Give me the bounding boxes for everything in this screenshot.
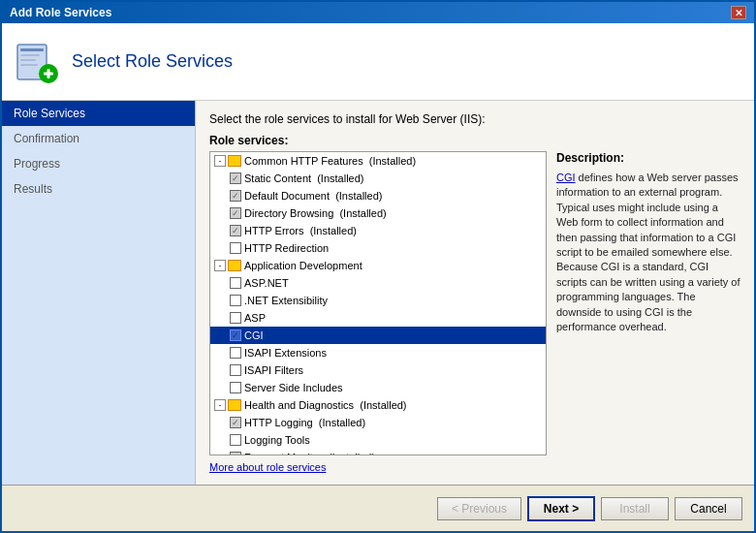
tree-item-directory-browsing[interactable]: Directory Browsing (Installed) — [210, 204, 546, 222]
cb-isapi-filters[interactable] — [230, 364, 241, 376]
description-title: Description: — [556, 151, 740, 165]
sidebar-item-role-services[interactable]: Role Services — [2, 101, 195, 126]
toggle-common-http[interactable]: - — [214, 155, 226, 167]
previous-button[interactable]: < Previous — [437, 497, 521, 520]
tree-item-http-logging[interactable]: HTTP Logging (Installed) — [210, 414, 546, 431]
tree-item-logging-tools[interactable]: Logging Tools — [210, 431, 546, 449]
more-about-link[interactable]: More about role services — [209, 461, 326, 473]
cgi-link[interactable]: CGI — [556, 172, 576, 183]
cb-directory-browsing[interactable] — [230, 207, 241, 219]
cb-logging-tools[interactable] — [230, 434, 241, 446]
close-button[interactable]: ✕ — [731, 6, 746, 19]
svg-rect-1 — [20, 48, 44, 51]
cb-request-monitor[interactable] — [230, 452, 241, 455]
description-panel: Description: CGI defines how a Web serve… — [556, 151, 740, 455]
cb-http-errors[interactable] — [230, 225, 241, 236]
tree-panel[interactable]: - Common HTTP Features (Installed) Stati… — [209, 151, 547, 455]
tree-item-isapi-ext[interactable]: ISAPI Extensions — [210, 344, 546, 361]
bottom-bar: < Previous Next > Install Cancel — [2, 485, 754, 531]
cb-net-extensibility[interactable] — [230, 295, 241, 306]
tree-item-common-http[interactable]: - Common HTTP Features (Installed) — [210, 152, 546, 170]
cb-aspnet[interactable] — [230, 277, 241, 289]
sidebar: Role Services Confirmation Progress Resu… — [2, 101, 196, 485]
tree-item-health-diag[interactable]: - Health and Diagnostics (Installed) — [210, 396, 546, 414]
tree-item-cgi[interactable]: CGI — [210, 327, 546, 344]
content-area: Role Services Confirmation Progress Resu… — [2, 101, 754, 485]
folder-icon-common-http — [228, 155, 241, 167]
cb-isapi-ext[interactable] — [230, 347, 241, 359]
tree-item-http-redirection[interactable]: HTTP Redirection — [210, 239, 546, 257]
tree-item-aspnet[interactable]: ASP.NET — [210, 274, 546, 292]
header-title: Select Role Services — [72, 51, 233, 72]
tree-item-request-monitor[interactable]: Request Monitor (Installed) — [210, 449, 546, 455]
cb-asp[interactable] — [230, 312, 241, 324]
next-button[interactable]: Next > — [527, 496, 595, 521]
cb-server-side-includes[interactable] — [230, 382, 241, 393]
title-bar: Add Role Services ✕ — [2, 2, 754, 23]
cb-cgi[interactable] — [230, 329, 241, 341]
role-services-label: Role services: — [209, 134, 740, 147]
description-text: CGI defines how a Web server passes info… — [556, 171, 740, 334]
cb-http-logging[interactable] — [230, 417, 241, 428]
sidebar-item-progress[interactable]: Progress — [2, 151, 195, 176]
cb-static-content[interactable] — [230, 172, 241, 184]
toggle-health-diag[interactable]: - — [214, 399, 226, 411]
svg-rect-7 — [47, 69, 50, 78]
main-instruction: Select the role services to install for … — [209, 112, 740, 126]
svg-rect-2 — [20, 54, 40, 56]
toggle-app-dev[interactable]: - — [214, 260, 226, 271]
window-title: Add Role Services — [10, 6, 111, 19]
tree-item-static-content[interactable]: Static Content (Installed) — [210, 170, 546, 187]
header-section: Select Role Services — [2, 23, 754, 101]
tree-item-asp[interactable]: ASP — [210, 309, 546, 327]
sidebar-item-confirmation[interactable]: Confirmation — [2, 126, 195, 151]
tree-item-http-errors[interactable]: HTTP Errors (Installed) — [210, 222, 546, 239]
more-link: More about role services — [209, 461, 740, 473]
cancel-button[interactable]: Cancel — [675, 497, 742, 520]
tree-item-server-side-includes[interactable]: Server Side Includes — [210, 379, 546, 396]
cb-http-redirection[interactable] — [230, 242, 241, 254]
svg-rect-3 — [20, 59, 36, 61]
tree-item-default-document[interactable]: Default Document (Installed) — [210, 187, 546, 204]
main-content: Select the role services to install for … — [196, 101, 754, 485]
folder-icon-app-dev — [228, 260, 241, 271]
folder-icon-health-diag — [228, 399, 241, 411]
sidebar-item-results[interactable]: Results — [2, 176, 195, 202]
cb-default-document[interactable] — [230, 190, 241, 202]
tree-item-app-dev[interactable]: - Application Development — [210, 257, 546, 274]
svg-rect-4 — [20, 64, 38, 66]
tree-item-net-extensibility[interactable]: .NET Extensibility — [210, 292, 546, 309]
panels-row: - Common HTTP Features (Installed) Stati… — [209, 151, 740, 455]
header-icon — [14, 39, 60, 85]
tree-item-isapi-filters[interactable]: ISAPI Filters — [210, 361, 546, 379]
main-window: Add Role Services ✕ Select Role Services… — [0, 0, 756, 533]
install-button[interactable]: Install — [601, 497, 669, 520]
